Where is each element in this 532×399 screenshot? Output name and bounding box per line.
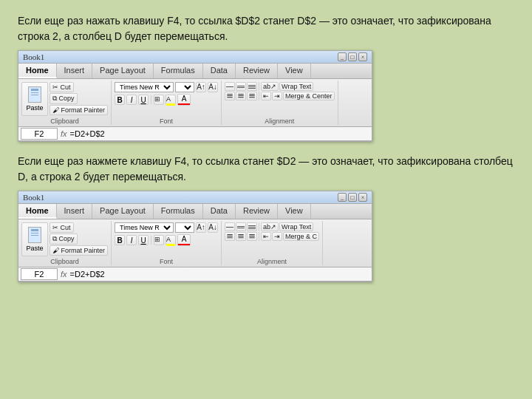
font-group-2: Times New Rom 11 A↑ A↓ B I U ⊞	[112, 221, 222, 265]
clipboard-label-2: Clipboard	[18, 258, 111, 265]
orientation-btn-1[interactable]: ab↗	[261, 82, 279, 91]
font-name-row-2: Times New Rom 11 A↑ A↓	[115, 222, 218, 233]
close-btn-1[interactable]: ×	[358, 52, 367, 61]
clipboard-buttons-2: ✂ Cut ⧉ Copy 🖌 Format Painter	[50, 222, 108, 256]
clipboard-label-1: Clipboard	[18, 117, 111, 125]
formula-content-1: =D2+D$2	[70, 129, 105, 138]
window-title-1: Book1	[23, 52, 44, 61]
description-2: Если еще раз нажмете клавишу F4, то ссыл…	[18, 154, 514, 185]
maximize-btn-1[interactable]: □	[348, 52, 357, 61]
border-btn-2[interactable]: ⊞	[154, 235, 164, 245]
fill-color-btn-2[interactable]: A	[166, 235, 176, 245]
font-style-row-2: B I U ⊞ A A	[115, 234, 218, 246]
ribbon-tabs-2: Home Insert Page Layout Formulas Data Re…	[18, 204, 372, 219]
font-size-select-2[interactable]: 11	[175, 222, 194, 233]
tab-view-1[interactable]: View	[278, 64, 311, 78]
font-controls-2: Times New Rom 11 A↑ A↓ B I U ⊞	[115, 222, 218, 246]
font-grow-btn-1[interactable]: A↑	[196, 82, 206, 92]
copy-button-1[interactable]: ⧉ Copy	[50, 93, 78, 104]
font-grow-btn-2[interactable]: A↑	[196, 222, 206, 233]
ribbon-tabs-1: Home Insert Page Layout Formulas Data Re…	[18, 64, 372, 79]
border-btn-1[interactable]: ⊞	[154, 95, 164, 105]
cut-button-2[interactable]: ✂ Cut	[50, 222, 74, 233]
name-box-1[interactable]: F2	[21, 128, 58, 140]
tab-view-2[interactable]: View	[278, 204, 311, 219]
align-divider2-1	[259, 92, 259, 100]
tab-home-2[interactable]: Home	[18, 204, 57, 219]
tab-insert-1[interactable]: Insert	[57, 64, 93, 78]
fill-color-btn-1[interactable]: A	[166, 95, 176, 105]
bold-button-1[interactable]: B	[115, 95, 125, 105]
indent-increase-btn-2[interactable]: ⇥	[272, 232, 282, 241]
copy-row-2: ⧉ Copy	[50, 233, 108, 245]
tab-review-2[interactable]: Review	[236, 204, 278, 219]
align-right-btn-1[interactable]: ≡	[247, 92, 257, 100]
tab-data-1[interactable]: Data	[203, 64, 236, 78]
align-right-btn-2[interactable]: ≡	[247, 232, 257, 241]
tab-home-1[interactable]: Home	[18, 64, 57, 78]
italic-button-1[interactable]: I	[126, 95, 137, 105]
copy-button-2[interactable]: ⧉ Copy	[50, 233, 78, 245]
merge-center-btn-1[interactable]: Merge & Center	[283, 92, 335, 100]
formula-content-2: =D2+D$2	[70, 270, 105, 279]
tab-formulas-2[interactable]: Formulas	[154, 204, 203, 219]
tab-pagelayout-1[interactable]: Page Layout	[92, 64, 154, 78]
indent-increase-btn-1[interactable]: ⇥	[272, 92, 282, 100]
merge-center-btn-2[interactable]: Merge & C	[283, 232, 319, 241]
maximize-btn-2[interactable]: □	[348, 193, 357, 202]
align-center-btn-1[interactable]: ≡	[236, 92, 246, 100]
tab-review-1[interactable]: Review	[236, 64, 278, 78]
alignment-group-2: ab↗ Wrap Text ≡ ≡ ≡ ⇤ ⇥ Merge & C Alignm…	[222, 221, 323, 265]
minimize-btn-2[interactable]: _	[338, 193, 347, 202]
font-size-select-1[interactable]: 11	[175, 82, 194, 92]
title-bar-2: Book1 _ □ ×	[18, 191, 372, 204]
window-controls-2: _ □ ×	[338, 193, 367, 202]
indent-decrease-btn-2[interactable]: ⇤	[261, 232, 271, 241]
formatpainter-row-2: 🖌 Format Painter	[50, 245, 108, 256]
font-color-btn-1[interactable]: A	[177, 94, 191, 106]
font-shrink-btn-2[interactable]: A↓	[208, 222, 218, 233]
font-name-select-1[interactable]: Times New Rom	[115, 82, 174, 92]
copy-row-1: ⧉ Copy	[50, 93, 108, 104]
tab-formulas-1[interactable]: Formulas	[154, 64, 203, 78]
clipboard-group-2: Paste ✂ Cut ⧉ Copy 🖌 Format Painter Clip…	[18, 221, 112, 265]
italic-button-2[interactable]: I	[126, 235, 137, 245]
minimize-btn-1[interactable]: _	[338, 52, 347, 61]
formula-bar-2: F2 fx =D2+D$2	[18, 267, 372, 282]
underline-button-2[interactable]: U	[138, 235, 149, 245]
align-center-btn-2[interactable]: ≡	[236, 232, 246, 241]
tab-pagelayout-2[interactable]: Page Layout	[92, 204, 154, 219]
wrap-text-btn-2[interactable]: Wrap Text	[279, 222, 313, 231]
tab-insert-2[interactable]: Insert	[57, 204, 93, 219]
paste-button-1[interactable]: Paste	[21, 82, 48, 116]
alignment-controls-1: ab↗ Wrap Text ≡ ≡ ≡ ⇤ ⇥ Merge & Center	[225, 82, 335, 100]
wrap-text-btn-1[interactable]: Wrap Text	[279, 82, 313, 91]
font-shrink-btn-1[interactable]: A↓	[208, 82, 218, 92]
excel-window-2: Book1 _ □ × Home Insert Page Layout Form…	[18, 191, 372, 282]
orientation-btn-2[interactable]: ab↗	[261, 222, 279, 231]
tab-data-2[interactable]: Data	[203, 204, 236, 219]
ribbon-2: Paste ✂ Cut ⧉ Copy 🖌 Format Painter Clip…	[18, 219, 372, 267]
divider-2	[151, 236, 151, 245]
close-btn-2[interactable]: ×	[358, 193, 367, 202]
cut-button-1[interactable]: ✂ Cut	[50, 82, 74, 92]
name-box-2[interactable]: F2	[21, 268, 58, 280]
underline-button-1[interactable]: U	[138, 95, 149, 105]
align-left-btn-1[interactable]: ≡	[225, 92, 235, 100]
indent-decrease-btn-1[interactable]: ⇤	[261, 92, 271, 100]
align-left-btn-2[interactable]: ≡	[225, 232, 235, 241]
formatpainter-button-2[interactable]: 🖌 Format Painter	[50, 245, 108, 256]
bold-button-2[interactable]: B	[115, 235, 125, 245]
cut-row-2: ✂ Cut	[50, 222, 108, 233]
align-divider-2	[259, 222, 259, 231]
font-color-btn-2[interactable]: A	[177, 234, 191, 246]
ribbon-1: Paste ✂ Cut ⧉ Copy 🖌 Format Painter Clip…	[18, 79, 372, 127]
section-2: Если еще раз нажмете клавишу F4, то ссыл…	[18, 154, 514, 282]
formatpainter-button-1[interactable]: 🖌 Format Painter	[50, 105, 108, 115]
paste-button-2[interactable]: Paste	[21, 222, 48, 256]
font-controls-1: Times New Rom 11 A↑ A↓ B I U ⊞	[115, 82, 218, 106]
clipboard-buttons-1: ✂ Cut ⧉ Copy 🖌 Format Painter	[50, 82, 108, 115]
font-name-select-2[interactable]: Times New Rom	[115, 222, 174, 233]
align-bottom-row-2: ≡ ≡ ≡ ⇤ ⇥ Merge & C	[225, 232, 319, 241]
window-controls-1: _ □ ×	[338, 52, 367, 61]
